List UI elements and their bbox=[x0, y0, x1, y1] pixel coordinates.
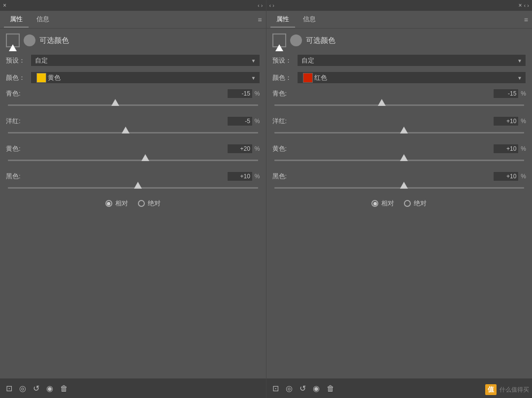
right-preset-row: 预设： 自定 ▼ bbox=[272, 54, 527, 66]
left-topbar: × ‹ › bbox=[0, 0, 266, 11]
right-content: 可选颜色 预设： 自定 ▼ 颜色： 红色 bbox=[266, 29, 532, 378]
left-radio-absolute[interactable]: 绝对 bbox=[138, 199, 161, 208]
left-color-wrapper: 黄色 ▼ bbox=[31, 71, 260, 84]
right-toolbar-icon-2[interactable]: ◎ bbox=[286, 384, 293, 393]
left-bottom-toolbar: ⊡ ◎ ↺ ◉ 🗑 bbox=[0, 378, 266, 398]
left-cyan-track-row bbox=[6, 100, 260, 109]
right-preset-select[interactable]: 自定 bbox=[297, 54, 527, 66]
right-cyan-label: 青色: bbox=[272, 89, 291, 98]
left-black-slider-group: 黑色: % bbox=[6, 171, 260, 192]
right-cyan-thumb[interactable] bbox=[378, 99, 386, 106]
right-gradient-icon bbox=[272, 33, 286, 47]
left-magenta-track-row bbox=[6, 128, 260, 137]
right-radio-absolute-outer bbox=[404, 200, 411, 207]
right-color-wrapper: 红色 ▼ bbox=[297, 71, 527, 84]
right-magenta-track[interactable] bbox=[274, 132, 525, 133]
right-tab-properties[interactable]: 属性 bbox=[270, 12, 295, 28]
left-tab-properties[interactable]: 属性 bbox=[4, 12, 29, 28]
left-radio-relative[interactable]: 相对 bbox=[105, 199, 128, 208]
left-magenta-unit: % bbox=[255, 118, 260, 125]
left-toolbar-icon-1[interactable]: ⊡ bbox=[6, 384, 12, 393]
left-menu-icon[interactable]: ≡ bbox=[258, 16, 262, 24]
left-preset-select[interactable]: 自定 bbox=[31, 54, 260, 66]
right-radio-absolute[interactable]: 绝对 bbox=[404, 199, 427, 208]
right-magenta-label: 洋红: bbox=[272, 117, 291, 126]
left-preset-wrapper: 自定 ▼ bbox=[31, 54, 260, 66]
right-preset-wrapper: 自定 ▼ bbox=[297, 54, 527, 66]
left-black-input[interactable] bbox=[227, 171, 253, 181]
left-cyan-slider-group: 青色: % bbox=[6, 89, 260, 109]
left-yellow-track[interactable] bbox=[8, 160, 258, 161]
right-radio-relative[interactable]: 相对 bbox=[371, 199, 394, 208]
right-radio-absolute-label: 绝对 bbox=[414, 199, 427, 208]
left-cyan-input[interactable] bbox=[227, 89, 253, 99]
right-yellow-thumb[interactable] bbox=[400, 154, 408, 161]
right-arrows-left[interactable]: ‹ › bbox=[269, 2, 274, 8]
right-magenta-input[interactable] bbox=[493, 116, 519, 126]
left-toolbar-icon-3[interactable]: ↺ bbox=[33, 384, 39, 393]
left-preset-label: 预设： bbox=[6, 56, 31, 65]
right-radio-relative-outer bbox=[371, 200, 378, 207]
right-black-track[interactable] bbox=[274, 187, 525, 189]
right-magenta-thumb[interactable] bbox=[400, 127, 408, 133]
right-toolbar-icon-4[interactable]: ◉ bbox=[313, 384, 320, 393]
right-black-slider-group: 黑色: % bbox=[272, 171, 527, 192]
right-close-button[interactable]: × bbox=[519, 2, 522, 9]
right-yellow-unit: % bbox=[521, 145, 526, 152]
right-arrows-right[interactable]: ‹ › bbox=[524, 2, 529, 8]
watermark-text: 什么值得买 bbox=[499, 386, 529, 394]
right-toolbar-icon-1[interactable]: ⊡ bbox=[272, 384, 279, 393]
left-radio-relative-outer bbox=[105, 200, 112, 207]
right-black-label: 黑色: bbox=[272, 172, 291, 181]
left-black-track[interactable] bbox=[8, 187, 258, 189]
right-menu-icon[interactable]: ≡ bbox=[524, 16, 528, 24]
right-yellow-slider-group: 黄色: % bbox=[272, 144, 527, 165]
left-toolbar-icon-4[interactable]: ◉ bbox=[46, 384, 53, 393]
right-toolbar-icon-3[interactable]: ↺ bbox=[299, 384, 306, 393]
left-cyan-thumb[interactable] bbox=[111, 99, 119, 106]
left-yellow-label: 黄色: bbox=[6, 144, 25, 153]
left-color-select[interactable]: 黄色 bbox=[31, 71, 260, 84]
left-black-track-row bbox=[6, 183, 260, 192]
right-color-swatch bbox=[303, 73, 313, 83]
left-black-thumb[interactable] bbox=[134, 182, 142, 189]
right-yellow-track[interactable] bbox=[274, 160, 525, 161]
right-black-thumb[interactable] bbox=[400, 182, 408, 189]
right-section-header: 可选颜色 bbox=[272, 33, 527, 47]
right-magenta-unit: % bbox=[521, 118, 526, 125]
right-cyan-input[interactable] bbox=[493, 89, 519, 99]
left-yellow-track-row bbox=[6, 156, 260, 165]
left-magenta-track[interactable] bbox=[8, 132, 258, 133]
left-cyan-unit: % bbox=[255, 90, 260, 97]
left-arrows[interactable]: ‹ › bbox=[258, 2, 263, 8]
left-radio-absolute-label: 绝对 bbox=[148, 199, 161, 208]
right-cyan-track[interactable] bbox=[274, 104, 525, 106]
left-yellow-slider-group: 黄色: % bbox=[6, 144, 260, 165]
right-bottom-toolbar: ⊡ ◎ ↺ ◉ 🗑 值 什么值得买 bbox=[266, 378, 532, 398]
left-yellow-thumb[interactable] bbox=[141, 154, 149, 161]
left-tab-info[interactable]: 信息 bbox=[31, 12, 55, 28]
right-yellow-label: 黄色: bbox=[272, 144, 291, 153]
right-magenta-track-row bbox=[272, 128, 527, 137]
right-black-track-row bbox=[272, 183, 527, 192]
right-toolbar-icon-5[interactable]: 🗑 bbox=[327, 384, 334, 393]
right-tab-row: 属性 信息 ≡ bbox=[266, 11, 532, 29]
left-magenta-input[interactable] bbox=[227, 116, 253, 126]
left-cyan-track[interactable] bbox=[8, 104, 258, 106]
left-magenta-thumb[interactable] bbox=[122, 127, 130, 133]
left-gradient-icon bbox=[6, 33, 20, 47]
right-black-input[interactable] bbox=[493, 171, 519, 181]
right-yellow-input[interactable] bbox=[493, 144, 519, 154]
left-toolbar-icon-5[interactable]: 🗑 bbox=[60, 384, 68, 393]
left-close-button[interactable]: × bbox=[3, 2, 6, 9]
right-circle-icon bbox=[290, 34, 302, 46]
left-radio-relative-label: 相对 bbox=[115, 199, 128, 208]
right-color-select[interactable]: 红色 bbox=[297, 71, 527, 84]
left-toolbar-icon-2[interactable]: ◎ bbox=[19, 384, 26, 393]
right-yellow-track-row bbox=[272, 156, 527, 165]
right-radio-row: 相对 绝对 bbox=[272, 199, 527, 208]
left-black-unit: % bbox=[255, 173, 260, 180]
left-black-label: 黑色: bbox=[6, 172, 25, 181]
left-yellow-input[interactable] bbox=[227, 144, 253, 154]
right-tab-info[interactable]: 信息 bbox=[297, 12, 322, 28]
